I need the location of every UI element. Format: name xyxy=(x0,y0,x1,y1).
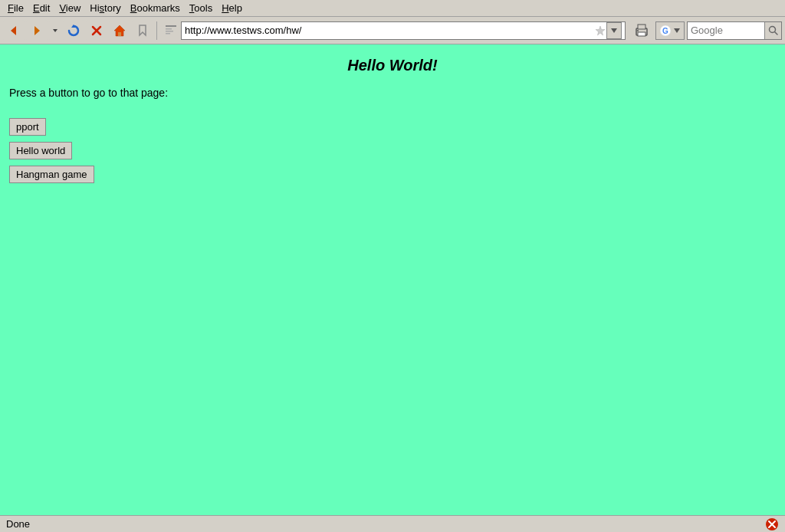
page-content: Hello World! Press a button to go to tha… xyxy=(0,44,785,515)
toolbar: G xyxy=(0,17,785,44)
forward-dropdown[interactable] xyxy=(49,20,61,41)
forward-button[interactable] xyxy=(26,20,48,41)
pport-button[interactable]: pport xyxy=(9,118,46,136)
hello-world-button[interactable]: Hello world xyxy=(9,142,72,159)
menu-history[interactable]: History xyxy=(85,1,125,15)
address-input[interactable] xyxy=(185,25,594,36)
home-button[interactable] xyxy=(109,20,130,41)
address-input-wrap xyxy=(181,21,626,40)
page-icon xyxy=(163,23,179,38)
search-input[interactable] xyxy=(688,25,764,36)
toolbar-separator xyxy=(156,21,157,40)
svg-marker-13 xyxy=(611,28,617,33)
menu-help[interactable]: Help xyxy=(217,1,247,15)
search-bar xyxy=(687,21,782,40)
svg-rect-8 xyxy=(166,25,176,27)
search-go-button[interactable] xyxy=(764,22,781,39)
menu-edit[interactable]: Edit xyxy=(28,1,54,15)
svg-marker-2 xyxy=(53,29,57,32)
print-button[interactable] xyxy=(630,20,653,41)
bookmark-this-button[interactable] xyxy=(132,20,153,41)
menu-tools[interactable]: Tools xyxy=(185,1,217,15)
menu-view[interactable]: View xyxy=(54,1,85,15)
address-bar xyxy=(163,21,626,40)
hangman-button[interactable]: Hangman game xyxy=(9,166,94,183)
menubar: File Edit View History Bookmarks Tools H… xyxy=(0,0,785,17)
svg-rect-10 xyxy=(166,31,173,32)
right-toolbar: G xyxy=(630,20,782,41)
svg-rect-7 xyxy=(118,32,121,36)
svg-marker-0 xyxy=(11,26,16,35)
svg-text:G: G xyxy=(662,27,668,35)
svg-marker-1 xyxy=(34,26,40,35)
menu-bookmarks[interactable]: Bookmarks xyxy=(126,1,185,15)
svg-rect-9 xyxy=(166,28,172,30)
svg-rect-15 xyxy=(638,25,645,29)
menu-file[interactable]: File xyxy=(3,1,28,15)
page-prompt: Press a button to go to that page: xyxy=(9,87,776,99)
reload-button[interactable] xyxy=(63,20,84,41)
svg-line-22 xyxy=(774,31,777,34)
svg-rect-16 xyxy=(638,32,645,36)
search-engine-selector[interactable]: G xyxy=(655,21,685,40)
star-icon[interactable] xyxy=(594,25,606,37)
svg-marker-20 xyxy=(674,28,680,33)
svg-marker-12 xyxy=(596,26,605,35)
back-button[interactable] xyxy=(3,20,25,41)
stop-button[interactable] xyxy=(86,20,107,41)
svg-rect-11 xyxy=(166,33,170,34)
address-dropdown[interactable] xyxy=(606,22,622,39)
page-heading: Hello World! xyxy=(9,57,776,74)
svg-point-17 xyxy=(637,30,639,31)
